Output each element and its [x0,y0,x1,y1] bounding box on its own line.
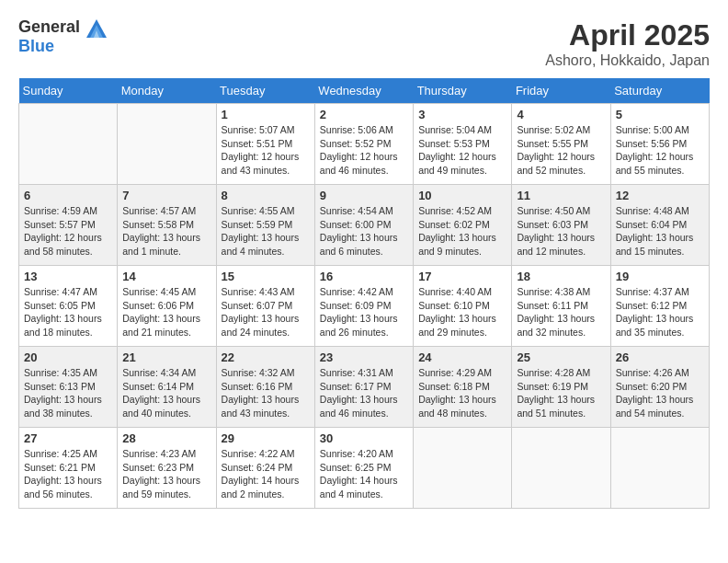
day-number: 5 [616,108,704,121]
day-info: Sunrise: 4:47 AM Sunset: 6:05 PM Dayligh… [24,285,112,339]
week-row-2: 6Sunrise: 4:59 AM Sunset: 5:57 PM Daylig… [19,185,710,266]
header-thursday: Thursday [414,78,512,104]
page-header: General Blue April 2025 Ashoro, Hokkaido… [18,18,710,69]
calendar-cell: 29Sunrise: 4:22 AM Sunset: 6:24 PM Dayli… [216,428,314,509]
day-info: Sunrise: 4:35 AM Sunset: 6:13 PM Dayligh… [24,366,112,420]
calendar-cell: 24Sunrise: 4:29 AM Sunset: 6:18 PM Dayli… [414,347,512,428]
day-number: 15 [222,270,310,283]
calendar-cell: 19Sunrise: 4:37 AM Sunset: 6:12 PM Dayli… [610,266,709,347]
day-number: 4 [517,108,605,121]
day-info: Sunrise: 4:34 AM Sunset: 6:14 PM Dayligh… [122,366,210,420]
calendar-cell [19,104,118,185]
calendar-cell [610,428,709,509]
day-number: 7 [122,189,210,202]
day-number: 23 [320,350,408,364]
calendar-cell: 27Sunrise: 4:25 AM Sunset: 6:21 PM Dayli… [19,428,118,509]
day-info: Sunrise: 4:26 AM Sunset: 6:20 PM Dayligh… [616,366,704,420]
day-number: 22 [222,350,310,364]
day-number: 6 [24,189,112,202]
calendar-table: Sunday Monday Tuesday Wednesday Thursday… [18,78,710,509]
day-number: 17 [418,270,506,283]
logo-general-text: General [18,17,80,36]
calendar-cell: 5Sunrise: 5:00 AM Sunset: 5:56 PM Daylig… [610,104,709,185]
day-info: Sunrise: 4:45 AM Sunset: 6:06 PM Dayligh… [122,285,210,339]
calendar-cell: 7Sunrise: 4:57 AM Sunset: 5:58 PM Daylig… [118,185,216,266]
day-info: Sunrise: 4:25 AM Sunset: 6:21 PM Dayligh… [24,447,112,501]
day-info: Sunrise: 4:29 AM Sunset: 6:18 PM Dayligh… [418,366,506,420]
calendar-cell [118,104,216,185]
calendar-cell: 30Sunrise: 4:20 AM Sunset: 6:25 PM Dayli… [314,428,413,509]
day-number: 2 [320,108,408,121]
day-number: 30 [320,431,408,445]
week-row-4: 20Sunrise: 4:35 AM Sunset: 6:13 PM Dayli… [19,347,710,428]
day-number: 9 [320,189,408,202]
calendar-cell: 16Sunrise: 4:42 AM Sunset: 6:09 PM Dayli… [314,266,413,347]
day-info: Sunrise: 4:32 AM Sunset: 6:16 PM Dayligh… [222,366,310,420]
week-row-1: 1Sunrise: 5:07 AM Sunset: 5:51 PM Daylig… [19,104,710,185]
day-number: 21 [122,350,210,364]
day-info: Sunrise: 4:28 AM Sunset: 6:19 PM Dayligh… [517,366,605,420]
day-number: 13 [24,270,112,283]
calendar-cell: 6Sunrise: 4:59 AM Sunset: 5:57 PM Daylig… [19,185,118,266]
calendar-cell [414,428,512,509]
day-info: Sunrise: 4:43 AM Sunset: 6:07 PM Dayligh… [222,285,310,339]
day-info: Sunrise: 4:20 AM Sunset: 6:25 PM Dayligh… [320,447,408,501]
title-section: April 2025 Ashoro, Hokkaido, Japan [545,18,710,69]
calendar-cell: 13Sunrise: 4:47 AM Sunset: 6:05 PM Dayli… [19,266,118,347]
day-number: 3 [418,108,506,121]
day-number: 16 [320,270,408,283]
day-number: 28 [122,431,210,445]
calendar-cell: 21Sunrise: 4:34 AM Sunset: 6:14 PM Dayli… [118,347,216,428]
header-friday: Friday [512,78,610,104]
calendar-cell: 25Sunrise: 4:28 AM Sunset: 6:19 PM Dayli… [512,347,610,428]
week-row-5: 27Sunrise: 4:25 AM Sunset: 6:21 PM Dayli… [19,428,710,509]
calendar-cell: 4Sunrise: 5:02 AM Sunset: 5:55 PM Daylig… [512,104,610,185]
calendar-cell: 2Sunrise: 5:06 AM Sunset: 5:52 PM Daylig… [314,104,413,185]
day-number: 10 [418,189,506,202]
calendar-cell: 26Sunrise: 4:26 AM Sunset: 6:20 PM Dayli… [610,347,709,428]
day-info: Sunrise: 4:38 AM Sunset: 6:11 PM Dayligh… [517,285,605,339]
header-monday: Monday [118,78,216,104]
day-info: Sunrise: 4:40 AM Sunset: 6:10 PM Dayligh… [418,285,506,339]
calendar-cell: 17Sunrise: 4:40 AM Sunset: 6:10 PM Dayli… [414,266,512,347]
calendar-cell: 20Sunrise: 4:35 AM Sunset: 6:13 PM Dayli… [19,347,118,428]
logo-blue-text: Blue [18,38,107,56]
day-info: Sunrise: 4:55 AM Sunset: 5:59 PM Dayligh… [222,204,310,259]
day-info: Sunrise: 4:31 AM Sunset: 6:17 PM Dayligh… [320,366,408,420]
day-number: 11 [517,189,605,202]
day-number: 20 [24,350,112,364]
logo: General Blue [18,18,107,56]
day-number: 26 [616,350,704,364]
calendar-cell: 9Sunrise: 4:54 AM Sunset: 6:00 PM Daylig… [314,185,413,266]
calendar-cell: 12Sunrise: 4:48 AM Sunset: 6:04 PM Dayli… [610,185,709,266]
day-info: Sunrise: 4:57 AM Sunset: 5:58 PM Dayligh… [122,204,210,259]
day-number: 25 [517,350,605,364]
day-number: 24 [418,350,506,364]
calendar-cell: 22Sunrise: 4:32 AM Sunset: 6:16 PM Dayli… [216,347,314,428]
calendar-cell: 23Sunrise: 4:31 AM Sunset: 6:17 PM Dayli… [314,347,413,428]
header-wednesday: Wednesday [314,78,413,104]
day-info: Sunrise: 4:23 AM Sunset: 6:23 PM Dayligh… [122,447,210,501]
week-row-3: 13Sunrise: 4:47 AM Sunset: 6:05 PM Dayli… [19,266,710,347]
day-info: Sunrise: 4:22 AM Sunset: 6:24 PM Dayligh… [222,447,310,501]
calendar-cell: 18Sunrise: 4:38 AM Sunset: 6:11 PM Dayli… [512,266,610,347]
header-sunday: Sunday [19,78,118,104]
day-number: 12 [616,189,704,202]
logo-icon [86,19,107,38]
day-info: Sunrise: 5:07 AM Sunset: 5:51 PM Dayligh… [222,123,310,178]
day-info: Sunrise: 4:54 AM Sunset: 6:00 PM Dayligh… [320,204,408,259]
calendar-cell [512,428,610,509]
day-info: Sunrise: 4:42 AM Sunset: 6:09 PM Dayligh… [320,285,408,339]
calendar-cell: 11Sunrise: 4:50 AM Sunset: 6:03 PM Dayli… [512,185,610,266]
day-info: Sunrise: 4:59 AM Sunset: 5:57 PM Dayligh… [24,204,112,259]
days-header-row: Sunday Monday Tuesday Wednesday Thursday… [19,78,710,104]
day-info: Sunrise: 4:37 AM Sunset: 6:12 PM Dayligh… [616,285,704,339]
day-number: 8 [222,189,310,202]
calendar-cell: 8Sunrise: 4:55 AM Sunset: 5:59 PM Daylig… [216,185,314,266]
calendar-cell: 1Sunrise: 5:07 AM Sunset: 5:51 PM Daylig… [216,104,314,185]
day-number: 29 [222,431,310,445]
day-info: Sunrise: 4:52 AM Sunset: 6:02 PM Dayligh… [418,204,506,259]
day-number: 27 [24,431,112,445]
day-info: Sunrise: 4:48 AM Sunset: 6:04 PM Dayligh… [616,204,704,259]
day-info: Sunrise: 5:02 AM Sunset: 5:55 PM Dayligh… [517,123,605,178]
